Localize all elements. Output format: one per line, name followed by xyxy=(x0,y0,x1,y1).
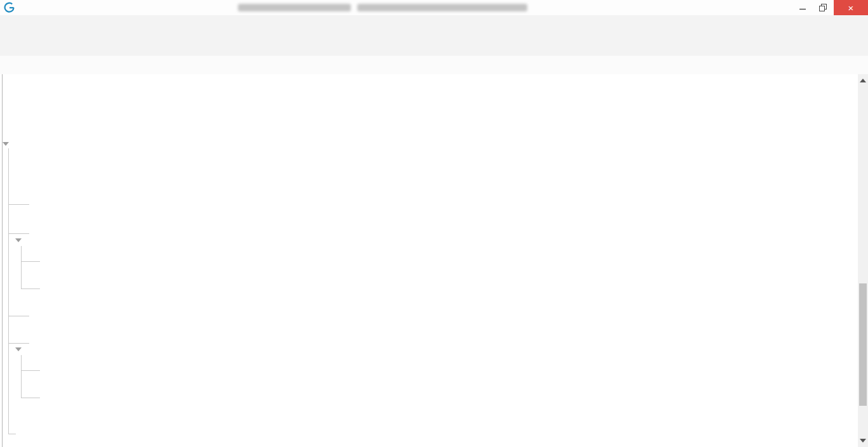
tree-line xyxy=(21,246,22,288)
tree-line xyxy=(8,434,16,434)
tree-line xyxy=(8,233,29,234)
blurred-title-segment xyxy=(238,4,351,11)
tab-bar xyxy=(0,56,868,74)
vertical-scrollbar[interactable] xyxy=(858,74,868,447)
minimize-button[interactable] xyxy=(793,0,812,15)
tree-line xyxy=(8,148,9,434)
tree-line xyxy=(8,316,29,316)
scroll-up-icon[interactable] xyxy=(860,79,866,82)
menubar xyxy=(0,15,868,28)
expander-icon[interactable] xyxy=(3,142,9,146)
restore-button[interactable] xyxy=(813,0,832,15)
scrollbar-thumb[interactable] xyxy=(859,283,867,406)
events-sheet xyxy=(0,74,858,447)
tree-line xyxy=(21,398,40,398)
expander-icon[interactable] xyxy=(15,238,22,242)
gdevelop-logo-icon xyxy=(4,2,15,13)
close-button[interactable]: × xyxy=(834,0,868,15)
tree-line xyxy=(21,261,40,262)
toolbar xyxy=(0,28,868,56)
tree-line xyxy=(21,355,22,398)
titlebar: × xyxy=(0,0,868,15)
blurred-title-segment xyxy=(357,4,527,11)
scroll-down-icon[interactable] xyxy=(860,439,866,443)
tree-line xyxy=(21,370,40,371)
tree-line xyxy=(8,204,29,205)
expander-icon[interactable] xyxy=(15,347,22,351)
tree-line xyxy=(21,288,40,289)
gdevelop-window: × xyxy=(0,0,868,447)
tree-line xyxy=(8,343,29,344)
panel-border xyxy=(2,74,3,447)
